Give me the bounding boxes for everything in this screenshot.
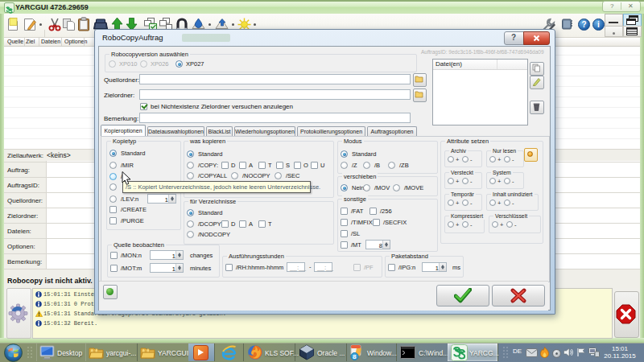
svg-text:8: 8: [353, 353, 357, 360]
